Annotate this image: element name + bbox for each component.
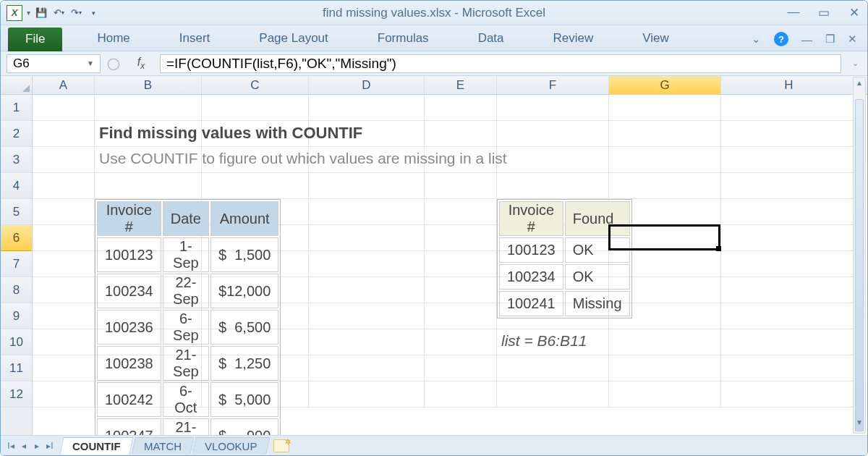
formula-input[interactable]: =IF(COUNTIF(list,F6),"OK","Missing"): [160, 54, 841, 73]
row-header-2[interactable]: 2: [1, 121, 32, 147]
row-header-3[interactable]: 3: [1, 147, 32, 173]
cell-D7[interactable]: [309, 251, 425, 277]
cell-D2[interactable]: [309, 121, 425, 147]
scroll-up-icon[interactable]: ▲: [854, 79, 865, 92]
cell-D3[interactable]: [309, 147, 425, 173]
column-header-G[interactable]: G: [609, 76, 721, 94]
cell-F4[interactable]: [497, 173, 609, 199]
cell-E4[interactable]: [425, 173, 497, 199]
doc-minimize-icon[interactable]: —: [801, 33, 812, 46]
cell-E10[interactable]: [425, 329, 497, 355]
sheet-nav-next-icon[interactable]: ▸: [31, 441, 43, 451]
excel-app-icon[interactable]: X: [7, 5, 22, 21]
cell-A1[interactable]: [33, 95, 95, 121]
cell-H6[interactable]: [721, 225, 857, 251]
cell-E12[interactable]: [425, 381, 497, 408]
ribbon-tab-review[interactable]: Review: [539, 27, 608, 51]
cell-F7[interactable]: [497, 251, 609, 277]
cell-A6[interactable]: [33, 225, 95, 251]
cell-F12[interactable]: [497, 381, 609, 408]
close-button[interactable]: ✕: [847, 5, 861, 20]
column-header-H[interactable]: H: [721, 76, 857, 94]
cell-A3[interactable]: [33, 147, 95, 173]
cell-H12[interactable]: [721, 381, 857, 408]
row-header-6[interactable]: 6: [1, 225, 32, 251]
redo-icon[interactable]: ↷▾: [69, 7, 82, 20]
cell-E7[interactable]: [425, 251, 497, 277]
namebox-dropdown-icon[interactable]: ▼: [87, 59, 94, 67]
insert-sheet-icon[interactable]: [273, 439, 289, 452]
cell-E6[interactable]: [425, 225, 497, 251]
cell-H3[interactable]: [721, 147, 857, 173]
cell-F3[interactable]: [497, 147, 609, 173]
name-box[interactable]: G6 ▼: [7, 54, 101, 73]
cell-F9[interactable]: [497, 303, 609, 329]
cell-A9[interactable]: [33, 303, 95, 329]
cell-F5[interactable]: [497, 199, 609, 225]
row-header-8[interactable]: 8: [1, 277, 32, 303]
ribbon-tab-home[interactable]: Home: [82, 27, 144, 51]
column-header-C[interactable]: C: [202, 76, 309, 94]
row-header-7[interactable]: 7: [1, 251, 32, 277]
cell-C8[interactable]: [202, 277, 309, 303]
cell-B1[interactable]: [95, 95, 202, 121]
column-header-B[interactable]: B: [95, 76, 202, 94]
cell-B2[interactable]: [95, 121, 202, 147]
row-header-9[interactable]: 9: [1, 303, 32, 329]
ribbon-tab-page-layout[interactable]: Page Layout: [244, 27, 342, 51]
cell-A12[interactable]: [33, 381, 95, 408]
row-header-10[interactable]: 10: [1, 329, 32, 355]
cell-D8[interactable]: [309, 277, 425, 303]
doc-close-icon[interactable]: ✕: [848, 33, 857, 46]
undo-icon[interactable]: ↶▾: [52, 7, 65, 20]
ribbon-tab-formulas[interactable]: Formulas: [363, 27, 443, 51]
cell-G5[interactable]: [609, 199, 721, 225]
sheet-nav-first-icon[interactable]: I◂: [5, 441, 17, 451]
cell-B6[interactable]: [95, 225, 202, 251]
sheet-tab-match[interactable]: MATCH: [131, 437, 194, 455]
cell-D11[interactable]: [309, 355, 425, 381]
cell-D5[interactable]: [309, 199, 425, 225]
cell-G6[interactable]: [609, 225, 721, 251]
row-header-12[interactable]: 12: [1, 381, 32, 408]
cell-D1[interactable]: [309, 95, 425, 121]
row-header-4[interactable]: 4: [1, 173, 32, 199]
scroll-down-icon[interactable]: ▼: [854, 418, 865, 431]
cell-G12[interactable]: [609, 381, 721, 408]
cell-C11[interactable]: [202, 355, 309, 381]
cell-A7[interactable]: [33, 251, 95, 277]
cell-E8[interactable]: [425, 277, 497, 303]
cell-E5[interactable]: [425, 199, 497, 225]
worksheet-grid[interactable]: 123456789101112 ABCDEFGH Find missing va…: [1, 76, 867, 436]
cell-C3[interactable]: [202, 147, 309, 173]
cell-B9[interactable]: [95, 303, 202, 329]
column-header-F[interactable]: F: [497, 76, 609, 94]
cell-B10[interactable]: [95, 329, 202, 355]
cell-H1[interactable]: [721, 95, 857, 121]
cell-E2[interactable]: [425, 121, 497, 147]
cell-B12[interactable]: [95, 381, 202, 408]
cell-H2[interactable]: [721, 121, 857, 147]
cell-G9[interactable]: [609, 303, 721, 329]
ribbon-minimize-icon[interactable]: ⌄: [752, 33, 761, 46]
cell-A10[interactable]: [33, 329, 95, 355]
formula-bar-expand-icon[interactable]: ⌄: [848, 59, 861, 68]
cell-C10[interactable]: [202, 329, 309, 355]
cell-F1[interactable]: [497, 95, 609, 121]
cell-B7[interactable]: [95, 251, 202, 277]
cell-A11[interactable]: [33, 355, 95, 381]
cell-H8[interactable]: [721, 277, 857, 303]
ribbon-tab-view[interactable]: View: [628, 27, 684, 51]
cell-H4[interactable]: [721, 173, 857, 199]
sheet-tab-countif[interactable]: COUNTIF: [59, 437, 133, 455]
column-header-A[interactable]: A: [33, 76, 95, 94]
cell-E1[interactable]: [425, 95, 497, 121]
cell-A4[interactable]: [33, 173, 95, 199]
select-all-corner[interactable]: [1, 76, 32, 95]
row-header-11[interactable]: 11: [1, 355, 32, 381]
cell-D10[interactable]: [309, 329, 425, 355]
ribbon-tab-data[interactable]: Data: [464, 27, 519, 51]
row-header-1[interactable]: 1: [1, 95, 32, 121]
cell-C2[interactable]: [202, 121, 309, 147]
cell-H11[interactable]: [721, 355, 857, 381]
